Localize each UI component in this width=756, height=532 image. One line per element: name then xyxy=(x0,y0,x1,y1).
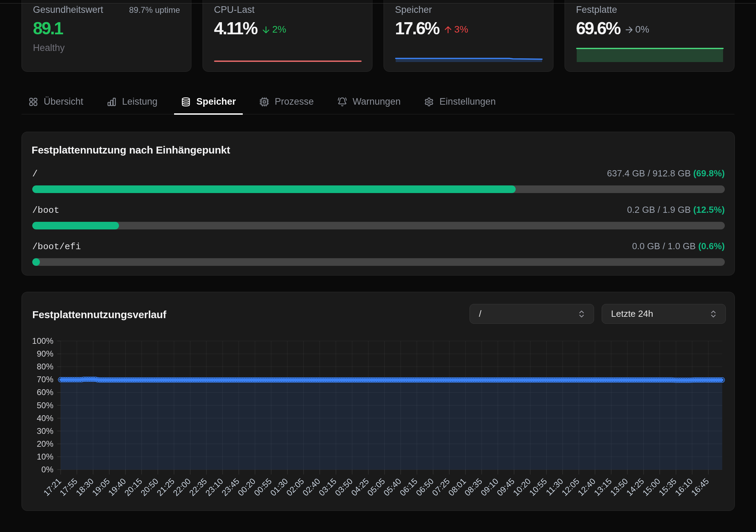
svg-text:15:35: 15:35 xyxy=(657,476,678,498)
svg-text:05:40: 05:40 xyxy=(381,476,403,498)
svg-text:06:50: 06:50 xyxy=(414,476,436,498)
svg-text:03:15: 03:15 xyxy=(317,476,338,498)
svg-text:0%: 0% xyxy=(41,465,53,474)
svg-text:22:35: 22:35 xyxy=(187,476,209,498)
svg-text:20:15: 20:15 xyxy=(122,476,144,498)
svg-text:09:10: 09:10 xyxy=(479,476,500,498)
svg-text:30%: 30% xyxy=(37,426,53,436)
svg-text:16:45: 16:45 xyxy=(689,476,711,498)
svg-text:20:50: 20:50 xyxy=(139,476,160,498)
svg-text:12:40: 12:40 xyxy=(576,476,598,498)
svg-text:22:00: 22:00 xyxy=(171,476,192,498)
svg-text:17:55: 17:55 xyxy=(58,476,79,498)
svg-text:13:50: 13:50 xyxy=(608,476,630,498)
svg-text:05:05: 05:05 xyxy=(366,476,387,498)
svg-text:09:45: 09:45 xyxy=(495,476,516,498)
svg-text:18:30: 18:30 xyxy=(74,476,95,498)
svg-text:00:55: 00:55 xyxy=(252,476,274,498)
svg-text:20%: 20% xyxy=(37,439,53,448)
svg-text:50%: 50% xyxy=(37,401,53,410)
svg-text:12:05: 12:05 xyxy=(560,476,581,498)
svg-text:04:25: 04:25 xyxy=(349,476,371,498)
svg-text:06:15: 06:15 xyxy=(398,476,419,498)
svg-text:40%: 40% xyxy=(37,413,53,423)
svg-text:60%: 60% xyxy=(37,387,53,397)
svg-text:10:20: 10:20 xyxy=(511,476,533,498)
svg-text:02:05: 02:05 xyxy=(284,476,306,498)
svg-text:19:40: 19:40 xyxy=(106,476,128,498)
svg-text:10%: 10% xyxy=(37,452,53,461)
svg-text:07:25: 07:25 xyxy=(430,476,452,498)
svg-text:03:50: 03:50 xyxy=(333,476,354,498)
svg-text:70%: 70% xyxy=(37,375,53,384)
svg-text:80%: 80% xyxy=(37,362,53,371)
svg-text:00:20: 00:20 xyxy=(236,476,257,498)
svg-text:11:30: 11:30 xyxy=(544,476,565,497)
svg-text:08:35: 08:35 xyxy=(463,476,484,498)
svg-text:15:00: 15:00 xyxy=(641,476,662,498)
svg-text:02:40: 02:40 xyxy=(301,476,322,498)
svg-text:17:21: 17:21 xyxy=(42,476,63,498)
svg-text:90%: 90% xyxy=(37,349,53,358)
svg-text:23:10: 23:10 xyxy=(204,476,225,498)
svg-text:08:01: 08:01 xyxy=(446,476,468,498)
svg-text:13:15: 13:15 xyxy=(592,476,613,498)
svg-text:10:55: 10:55 xyxy=(527,476,549,498)
svg-text:01:30: 01:30 xyxy=(268,476,290,498)
svg-text:14:25: 14:25 xyxy=(625,476,646,498)
svg-text:19:05: 19:05 xyxy=(90,476,112,498)
svg-text:16:10: 16:10 xyxy=(673,476,695,498)
svg-text:23:45: 23:45 xyxy=(220,476,241,498)
svg-text:100%: 100% xyxy=(32,336,53,346)
svg-text:21:25: 21:25 xyxy=(155,476,177,498)
